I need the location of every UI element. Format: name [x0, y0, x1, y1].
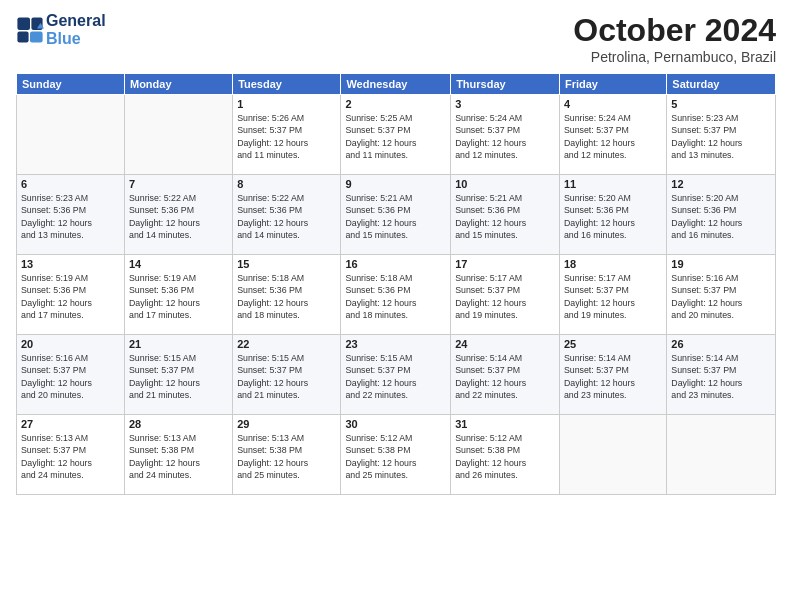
calendar-cell: 28Sunrise: 5:13 AMSunset: 5:38 PMDayligh… [124, 415, 232, 495]
day-content: Sunrise: 5:23 AMSunset: 5:37 PMDaylight:… [671, 112, 771, 161]
day-content: Sunrise: 5:21 AMSunset: 5:36 PMDaylight:… [455, 192, 555, 241]
col-thursday: Thursday [451, 74, 560, 95]
day-number: 19 [671, 258, 771, 270]
day-number: 18 [564, 258, 662, 270]
week-row-1: 6Sunrise: 5:23 AMSunset: 5:36 PMDaylight… [17, 175, 776, 255]
day-content: Sunrise: 5:15 AMSunset: 5:37 PMDaylight:… [129, 352, 228, 401]
week-row-4: 27Sunrise: 5:13 AMSunset: 5:37 PMDayligh… [17, 415, 776, 495]
day-content: Sunrise: 5:24 AMSunset: 5:37 PMDaylight:… [455, 112, 555, 161]
day-content: Sunrise: 5:18 AMSunset: 5:36 PMDaylight:… [345, 272, 446, 321]
day-number: 5 [671, 98, 771, 110]
day-content: Sunrise: 5:14 AMSunset: 5:37 PMDaylight:… [671, 352, 771, 401]
location: Petrolina, Pernambuco, Brazil [573, 49, 776, 65]
calendar-cell: 1Sunrise: 5:26 AMSunset: 5:37 PMDaylight… [233, 95, 341, 175]
day-number: 26 [671, 338, 771, 350]
col-monday: Monday [124, 74, 232, 95]
day-number: 9 [345, 178, 446, 190]
calendar-cell: 21Sunrise: 5:15 AMSunset: 5:37 PMDayligh… [124, 335, 232, 415]
day-content: Sunrise: 5:14 AMSunset: 5:37 PMDaylight:… [564, 352, 662, 401]
day-content: Sunrise: 5:13 AMSunset: 5:37 PMDaylight:… [21, 432, 120, 481]
calendar-cell: 8Sunrise: 5:22 AMSunset: 5:36 PMDaylight… [233, 175, 341, 255]
day-content: Sunrise: 5:22 AMSunset: 5:36 PMDaylight:… [237, 192, 336, 241]
calendar-cell: 16Sunrise: 5:18 AMSunset: 5:36 PMDayligh… [341, 255, 451, 335]
calendar-cell: 4Sunrise: 5:24 AMSunset: 5:37 PMDaylight… [559, 95, 666, 175]
logo: General Blue [16, 12, 106, 47]
col-saturday: Saturday [667, 74, 776, 95]
day-number: 30 [345, 418, 446, 430]
day-content: Sunrise: 5:14 AMSunset: 5:37 PMDaylight:… [455, 352, 555, 401]
calendar-cell: 31Sunrise: 5:12 AMSunset: 5:38 PMDayligh… [451, 415, 560, 495]
day-content: Sunrise: 5:20 AMSunset: 5:36 PMDaylight:… [564, 192, 662, 241]
calendar-cell: 15Sunrise: 5:18 AMSunset: 5:36 PMDayligh… [233, 255, 341, 335]
calendar-cell: 27Sunrise: 5:13 AMSunset: 5:37 PMDayligh… [17, 415, 125, 495]
calendar-cell: 18Sunrise: 5:17 AMSunset: 5:37 PMDayligh… [559, 255, 666, 335]
calendar-cell: 30Sunrise: 5:12 AMSunset: 5:38 PMDayligh… [341, 415, 451, 495]
svg-rect-3 [30, 31, 43, 42]
day-content: Sunrise: 5:15 AMSunset: 5:37 PMDaylight:… [237, 352, 336, 401]
col-sunday: Sunday [17, 74, 125, 95]
day-content: Sunrise: 5:26 AMSunset: 5:37 PMDaylight:… [237, 112, 336, 161]
title-area: October 2024 Petrolina, Pernambuco, Braz… [573, 12, 776, 65]
calendar-table: Sunday Monday Tuesday Wednesday Thursday… [16, 73, 776, 495]
day-number: 22 [237, 338, 336, 350]
calendar-cell: 14Sunrise: 5:19 AMSunset: 5:36 PMDayligh… [124, 255, 232, 335]
header-row: Sunday Monday Tuesday Wednesday Thursday… [17, 74, 776, 95]
svg-rect-0 [17, 17, 30, 30]
calendar-cell: 22Sunrise: 5:15 AMSunset: 5:37 PMDayligh… [233, 335, 341, 415]
day-number: 17 [455, 258, 555, 270]
day-number: 21 [129, 338, 228, 350]
calendar-cell: 24Sunrise: 5:14 AMSunset: 5:37 PMDayligh… [451, 335, 560, 415]
day-content: Sunrise: 5:13 AMSunset: 5:38 PMDaylight:… [237, 432, 336, 481]
day-content: Sunrise: 5:20 AMSunset: 5:36 PMDaylight:… [671, 192, 771, 241]
day-number: 1 [237, 98, 336, 110]
day-content: Sunrise: 5:16 AMSunset: 5:37 PMDaylight:… [671, 272, 771, 321]
day-content: Sunrise: 5:24 AMSunset: 5:37 PMDaylight:… [564, 112, 662, 161]
calendar-cell: 6Sunrise: 5:23 AMSunset: 5:36 PMDaylight… [17, 175, 125, 255]
day-number: 25 [564, 338, 662, 350]
day-number: 20 [21, 338, 120, 350]
col-friday: Friday [559, 74, 666, 95]
day-number: 29 [237, 418, 336, 430]
day-content: Sunrise: 5:16 AMSunset: 5:37 PMDaylight:… [21, 352, 120, 401]
day-number: 24 [455, 338, 555, 350]
calendar-cell: 29Sunrise: 5:13 AMSunset: 5:38 PMDayligh… [233, 415, 341, 495]
calendar-cell: 20Sunrise: 5:16 AMSunset: 5:37 PMDayligh… [17, 335, 125, 415]
calendar-cell [559, 415, 666, 495]
week-row-2: 13Sunrise: 5:19 AMSunset: 5:36 PMDayligh… [17, 255, 776, 335]
day-number: 16 [345, 258, 446, 270]
calendar-cell: 11Sunrise: 5:20 AMSunset: 5:36 PMDayligh… [559, 175, 666, 255]
day-content: Sunrise: 5:19 AMSunset: 5:36 PMDaylight:… [129, 272, 228, 321]
logo-icon [16, 16, 44, 44]
day-content: Sunrise: 5:18 AMSunset: 5:36 PMDaylight:… [237, 272, 336, 321]
day-content: Sunrise: 5:12 AMSunset: 5:38 PMDaylight:… [345, 432, 446, 481]
day-number: 14 [129, 258, 228, 270]
day-content: Sunrise: 5:17 AMSunset: 5:37 PMDaylight:… [455, 272, 555, 321]
col-tuesday: Tuesday [233, 74, 341, 95]
day-content: Sunrise: 5:12 AMSunset: 5:38 PMDaylight:… [455, 432, 555, 481]
calendar-cell: 26Sunrise: 5:14 AMSunset: 5:37 PMDayligh… [667, 335, 776, 415]
day-number: 23 [345, 338, 446, 350]
day-number: 31 [455, 418, 555, 430]
calendar-cell: 9Sunrise: 5:21 AMSunset: 5:36 PMDaylight… [341, 175, 451, 255]
day-number: 15 [237, 258, 336, 270]
calendar-cell: 17Sunrise: 5:17 AMSunset: 5:37 PMDayligh… [451, 255, 560, 335]
calendar-cell: 23Sunrise: 5:15 AMSunset: 5:37 PMDayligh… [341, 335, 451, 415]
day-content: Sunrise: 5:17 AMSunset: 5:37 PMDaylight:… [564, 272, 662, 321]
calendar-cell: 10Sunrise: 5:21 AMSunset: 5:36 PMDayligh… [451, 175, 560, 255]
calendar-cell: 13Sunrise: 5:19 AMSunset: 5:36 PMDayligh… [17, 255, 125, 335]
day-number: 11 [564, 178, 662, 190]
day-content: Sunrise: 5:22 AMSunset: 5:36 PMDaylight:… [129, 192, 228, 241]
week-row-0: 1Sunrise: 5:26 AMSunset: 5:37 PMDaylight… [17, 95, 776, 175]
calendar-cell: 25Sunrise: 5:14 AMSunset: 5:37 PMDayligh… [559, 335, 666, 415]
day-number: 6 [21, 178, 120, 190]
calendar-cell: 3Sunrise: 5:24 AMSunset: 5:37 PMDaylight… [451, 95, 560, 175]
calendar-cell: 2Sunrise: 5:25 AMSunset: 5:37 PMDaylight… [341, 95, 451, 175]
day-number: 3 [455, 98, 555, 110]
day-content: Sunrise: 5:15 AMSunset: 5:37 PMDaylight:… [345, 352, 446, 401]
logo-text: General Blue [46, 12, 106, 47]
month-title: October 2024 [573, 12, 776, 49]
day-number: 28 [129, 418, 228, 430]
week-row-3: 20Sunrise: 5:16 AMSunset: 5:37 PMDayligh… [17, 335, 776, 415]
day-number: 8 [237, 178, 336, 190]
calendar-cell: 5Sunrise: 5:23 AMSunset: 5:37 PMDaylight… [667, 95, 776, 175]
